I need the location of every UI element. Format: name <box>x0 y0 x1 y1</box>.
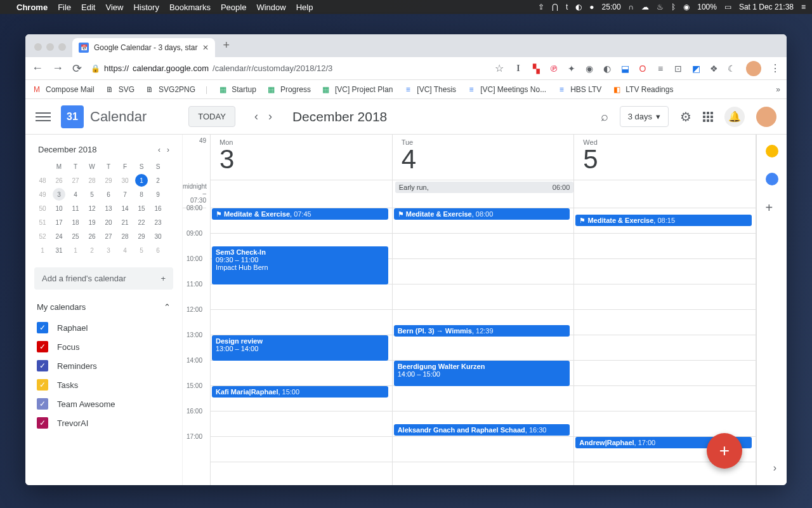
menu-extras-icon[interactable]: ≡ <box>801 3 806 11</box>
ext-opera-icon[interactable]: O <box>637 63 648 74</box>
calendar-event[interactable]: Kafi Maria|Raphael, 15:00 <box>212 386 388 398</box>
bookmark-startup[interactable]: ▦Startup <box>218 84 256 95</box>
url-field[interactable]: 🔒 https://calendar.google.com/calendar/r… <box>91 64 486 73</box>
menubar-app-name[interactable]: Chrome <box>16 3 48 12</box>
battery-icon[interactable]: ▭ <box>724 3 731 11</box>
bookmark-compose[interactable]: MCompose Mail <box>32 84 95 95</box>
calendar-item[interactable]: ✓Tasks <box>34 375 173 394</box>
timer-text[interactable]: 25:00 <box>602 3 621 11</box>
headphones-icon[interactable]: ∩ <box>629 3 634 11</box>
tasks-icon[interactable] <box>766 173 778 185</box>
bookmark-ltv[interactable]: ◧LTV Readings <box>612 84 673 95</box>
cloud-icon[interactable]: ☁ <box>641 3 649 11</box>
menu-people[interactable]: People <box>221 3 246 12</box>
calendar-event[interactable]: Meditate & Exercise, 08:00 <box>394 208 570 220</box>
menu-window[interactable]: Window <box>256 3 285 12</box>
calendar-event[interactable]: Beerdigung Walter Kurzen14:00 – 15:00 <box>394 361 570 386</box>
main-menu-button[interactable] <box>36 112 51 121</box>
ext-pinterest-icon[interactable]: ℗ <box>548 63 560 74</box>
calendar-item[interactable]: ✓TrevorAI <box>34 413 173 432</box>
forward-button[interactable]: → <box>52 62 63 75</box>
menu-bookmarks[interactable]: Bookmarks <box>169 3 211 12</box>
calendar-item[interactable]: ✓Reminders <box>34 356 173 375</box>
bookmark-project-plan[interactable]: ▦[VC] Project Plan <box>321 84 393 95</box>
ext-icon-12[interactable]: ❖ <box>708 63 719 74</box>
calendar-event[interactable]: Sem3 Check-In09:30 – 11:00Impact Hub Ber… <box>212 246 388 284</box>
calendar-item[interactable]: ✓Focus <box>34 337 173 356</box>
ext-icon-11[interactable]: ◩ <box>690 63 702 74</box>
ext-icon-6[interactable]: ◐ <box>601 63 613 74</box>
view-selector[interactable]: 3 days▾ <box>620 106 669 127</box>
calendar-event[interactable]: Bern (Pl. 3) → Wimmis, 12:39 <box>394 325 570 337</box>
menu-file[interactable]: File <box>58 3 71 12</box>
browser-tab[interactable]: 📅 Google Calendar - 3 days, star ✕ <box>72 38 215 57</box>
bookmark-hbs[interactable]: ≡HBS LTV <box>556 84 601 95</box>
bluetooth-icon[interactable]: ᛒ <box>671 3 676 11</box>
flame-icon[interactable]: ♨ <box>657 3 664 11</box>
keep-icon[interactable] <box>766 145 778 157</box>
ext-icon-7[interactable]: ⬓ <box>619 63 631 74</box>
ext-instapaper-icon[interactable]: I <box>513 63 524 74</box>
bookmark-progress[interactable]: ▦Progress <box>266 84 311 95</box>
next-period-button[interactable]: › <box>266 107 275 126</box>
search-button[interactable]: ⌕ <box>601 109 608 124</box>
today-button[interactable]: TODAY <box>188 106 235 127</box>
back-button[interactable]: ← <box>32 62 43 75</box>
mini-calendar[interactable]: MTWTFSS482627282930124934567895010111213… <box>34 159 173 257</box>
clock-text[interactable]: Sat 1 Dec 21:38 <box>739 3 794 11</box>
ext-camera-icon[interactable]: ◉ <box>584 63 595 74</box>
chevron-up-icon: ⌃ <box>164 302 171 312</box>
menu-history[interactable]: History <box>133 3 159 12</box>
my-calendars-header[interactable]: My calendars⌃ <box>34 302 173 312</box>
prev-period-button[interactable]: ‹ <box>252 107 261 126</box>
dropbox-icon[interactable]: ⇪ <box>538 3 544 11</box>
ext-flipboard-icon[interactable]: ▚ <box>530 63 542 74</box>
ext-icon-4[interactable]: ✦ <box>566 63 577 74</box>
reload-button[interactable]: ⟳ <box>72 62 82 76</box>
ext-buffer-icon[interactable]: ≡ <box>655 63 666 74</box>
day-column[interactable]: Tue4 Early run,06:00 Meditate & Exercise… <box>393 135 575 485</box>
bookmark-svg[interactable]: 🗎SVG <box>105 84 134 95</box>
wifi-icon[interactable]: ◉ <box>683 3 690 11</box>
tab-close-icon[interactable]: ✕ <box>202 43 209 52</box>
battery-text[interactable]: 100% <box>697 3 717 11</box>
calendar-event[interactable]: Design review13:00 – 14:00 <box>212 335 388 361</box>
day-column[interactable]: Mon3 Meditate & Exercise, 07:45Sem3 Chec… <box>211 135 393 485</box>
addons-plus-icon[interactable]: + <box>766 201 778 213</box>
mini-cal-prev[interactable]: ‹ <box>158 145 160 154</box>
add-friend-calendar[interactable]: Add a friend's calendar+ <box>34 267 173 290</box>
google-apps-button[interactable] <box>703 112 713 122</box>
mini-cal-next[interactable]: › <box>167 145 169 154</box>
calendar-logo[interactable]: 31 Calendar <box>61 105 147 128</box>
day-column[interactable]: Wed5 Meditate & Exercise, 08:15Andrew|Ra… <box>574 135 756 485</box>
bookmark-svg2png[interactable]: 🗎SVG2PNG <box>145 84 195 95</box>
notifications-button[interactable]: 🔔 <box>724 107 745 127</box>
profile-avatar[interactable] <box>746 61 761 76</box>
ext-moon-icon[interactable]: ☾ <box>726 63 737 74</box>
menu-help[interactable]: Help <box>296 3 313 12</box>
creative-cloud-icon[interactable]: ◐ <box>575 3 582 11</box>
calendar-event[interactable]: Meditate & Exercise, 08:15 <box>575 215 752 226</box>
create-event-fab[interactable]: + <box>707 433 742 469</box>
side-panel-toggle[interactable]: › <box>773 462 776 474</box>
calendar-event[interactable]: Meditate & Exercise, 07:45 <box>212 208 388 220</box>
new-tab-button[interactable]: + <box>215 39 237 57</box>
tomato-icon[interactable]: ● <box>589 3 594 11</box>
calendar-item[interactable]: ✓Raphael <box>34 318 173 337</box>
ext-icon-10[interactable]: ⊡ <box>672 63 684 74</box>
menu-edit[interactable]: Edit <box>81 3 95 12</box>
app-icon[interactable]: ⋂ <box>552 3 558 11</box>
calendar-item[interactable]: ✓Team Awesome <box>34 394 173 413</box>
window-controls[interactable] <box>30 43 72 57</box>
star-icon[interactable]: ☆ <box>495 62 504 74</box>
bookmark-meetings[interactable]: ≡[VC] Meetings No... <box>466 84 546 95</box>
tumblr-icon[interactable]: t <box>566 3 568 11</box>
bookmarks-overflow-icon[interactable]: » <box>776 85 780 94</box>
settings-button[interactable]: ⚙ <box>680 109 691 124</box>
menu-view[interactable]: View <box>105 3 123 12</box>
chrome-menu-icon[interactable]: ⋮ <box>770 62 780 74</box>
calendar-list: ✓Raphael✓Focus✓Reminders✓Tasks✓Team Awes… <box>34 318 173 432</box>
calendar-event[interactable]: Aleksandr Gnach and Raphael Schaad, 16:3… <box>394 424 570 436</box>
account-avatar[interactable] <box>756 107 776 127</box>
bookmark-thesis[interactable]: ≡[VC] Thesis <box>403 84 456 95</box>
